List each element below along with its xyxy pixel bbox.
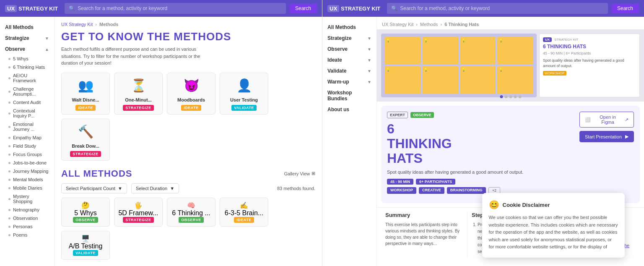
- time-tags: 45 - 90 MIN 6+ PARTICIPANTS: [387, 179, 523, 185]
- right-breadcrumb-home[interactable]: UX Strategy Kit: [382, 22, 413, 27]
- sidebar-all-methods[interactable]: All Methods: [0, 22, 54, 33]
- breadcrumb: UX Strategy Kit › Methods: [61, 22, 315, 27]
- method-card-1[interactable]: 🖐️ 5D Framew... STRATEGIZE: [114, 198, 163, 227]
- sidebar-item-emotional[interactable]: Emotional Journey ...: [0, 120, 54, 133]
- slide-dots: [500, 95, 521, 98]
- logo-text: STRATEGY KIT: [18, 5, 58, 12]
- chevron-down-icon: ▼: [45, 36, 49, 41]
- sidebar-item-content[interactable]: Content Audit: [0, 98, 54, 107]
- meta-tag-1: CREATIVE: [419, 187, 444, 194]
- right-sidebar-all-methods[interactable]: All Methods: [322, 22, 377, 33]
- sidebar-item-challenge[interactable]: Challenge Assumpti...: [0, 85, 54, 98]
- card-name-4: Break Dow...: [72, 143, 99, 149]
- right-search-icon: 🔍: [391, 5, 397, 11]
- chevron-down-icon: ▼: [170, 186, 174, 191]
- sidebar-item-personas[interactable]: Personas: [0, 222, 54, 231]
- sidebar-item-netnography[interactable]: Netnography: [0, 206, 54, 214]
- slide-dot-2[interactable]: [509, 95, 512, 98]
- slide-dot-3[interactable]: [514, 95, 517, 98]
- chevron-down-icon: ▼: [367, 69, 371, 73]
- card-name-2: Moodboards: [177, 97, 205, 102]
- participant-filter[interactable]: Select Participant Count ▼: [61, 183, 127, 193]
- slide-logo-text: STRATEGY KIT: [554, 38, 578, 42]
- gallery-view-toggle[interactable]: Gallery View ⊞: [284, 171, 315, 176]
- card-tag-2: IDEATE: [181, 105, 201, 111]
- meta-tag-2: BRAINSTORMING: [447, 187, 486, 194]
- left-logo: UX STRATEGY KIT: [5, 5, 58, 12]
- method-grid: 🤔 5 Whys OBSERVE 🖐️ 5D Framew... STRATEG…: [61, 198, 315, 260]
- right-logo: UX STRATEGY KIT: [327, 5, 380, 12]
- right-search-input[interactable]: [400, 5, 604, 11]
- sidebar-item-jobs[interactable]: Jobs-to-be-done: [0, 159, 54, 167]
- slide-dot-4[interactable]: [518, 95, 521, 98]
- right-sidebar-about[interactable]: About us: [322, 104, 377, 115]
- right-sidebar: All Methods Strategize ▼ Observe ▼ Ideat…: [322, 17, 377, 266]
- method-card-0[interactable]: 🤔 5 Whys OBSERVE: [61, 198, 110, 227]
- method-tag-1: STRATEGIZE: [123, 217, 153, 223]
- right-main-content: UX Strategy Kit › Methods › 6 Thinking H…: [377, 17, 644, 266]
- cookie-overlay: 😊 Cookie Disclaimer We use cookies so th…: [482, 193, 625, 258]
- chevron-down-icon: ▼: [367, 36, 371, 41]
- sidebar-observe[interactable]: Observe ▲: [0, 44, 54, 55]
- meta-tag-0: WORKSHOP: [387, 187, 416, 194]
- featured-card-4[interactable]: 🔨 Break Dow... STRATEGIZE: [61, 119, 110, 161]
- sidebar-item-poems[interactable]: Poems: [0, 231, 54, 239]
- method-icon-0: 🤔: [81, 201, 90, 209]
- method-card-2[interactable]: 🧠 6 Thinking ... OBSERVE: [167, 198, 216, 227]
- sidebar-item-contextual[interactable]: Contextual Inquiry P...: [0, 107, 54, 120]
- right-sidebar-bundles[interactable]: Workshop Bundles: [322, 87, 377, 104]
- method-icon-4: 🖥️: [81, 235, 90, 243]
- slide-dot-1[interactable]: [504, 95, 507, 98]
- sidebar-item-observation[interactable]: Observation: [0, 214, 54, 222]
- right-sidebar-validate[interactable]: Validate ▼: [322, 65, 377, 76]
- external-link-icon: ↗: [625, 117, 628, 123]
- right-sidebar-strategize[interactable]: Strategize ▼: [322, 33, 377, 44]
- slideshow: 💡 💡 💡 💡 💡 💡 💡 💡 UX STRATEGY KIT: [377, 29, 644, 102]
- start-presentation-button[interactable]: Start Presentation ▶: [579, 131, 634, 142]
- sidebar-item-mystery[interactable]: Mystery Shopping: [0, 192, 54, 206]
- slide-dot-0[interactable]: [500, 95, 503, 98]
- left-search-input[interactable]: [78, 5, 282, 11]
- slide-preview-desc: Spot quality ideas after having generate…: [543, 58, 636, 68]
- method-card-3[interactable]: ✍️ 6-3-5 Brain... IDEATE: [220, 198, 268, 227]
- left-search-button[interactable]: Search: [289, 4, 317, 13]
- open-figma-button[interactable]: ⬜ Open in Figma ↗: [579, 112, 634, 128]
- grid-icon: ⊞: [312, 171, 315, 176]
- featured-card-0[interactable]: 👥 Walt Disne... IDEATE: [61, 73, 110, 115]
- breadcrumb-home[interactable]: UX Strategy Kit: [61, 22, 93, 27]
- sidebar-item-6thinking[interactable]: 6 Thinking Hats: [0, 63, 54, 71]
- sidebar-item-field[interactable]: Field Study: [0, 142, 54, 150]
- methods-count: 83 methods found.: [277, 186, 315, 191]
- right-search-button[interactable]: Search: [611, 4, 639, 13]
- right-breadcrumb-methods[interactable]: Methods: [420, 22, 438, 27]
- method-icon-1: 🖐️: [134, 201, 143, 209]
- duration-filter[interactable]: Select Duration ▼: [131, 183, 179, 193]
- cookie-text: We use cookies so that we can offer you …: [489, 214, 618, 251]
- right-sidebar-warmup[interactable]: Warm-up ▼: [322, 76, 377, 87]
- featured-card-3[interactable]: 👤 User Testing VALIDATE: [220, 73, 268, 115]
- card-name-3: User Testing: [230, 97, 258, 102]
- sidebar-item-mobile[interactable]: Mobile Diaries: [0, 184, 54, 192]
- right-sidebar-ideate[interactable]: Ideate ▼: [322, 55, 377, 65]
- page-title: Get to Know the Methods: [61, 30, 315, 43]
- sidebar-item-journey[interactable]: Journey Mapping: [0, 167, 54, 175]
- right-breadcrumb: UX Strategy Kit › Methods › 6 Thinking H…: [377, 17, 644, 29]
- method-tag-3: IDEATE: [234, 217, 254, 223]
- sidebar-item-focus[interactable]: Focus Groups: [0, 150, 54, 159]
- time-tag: 45 - 90 MIN: [387, 179, 413, 185]
- card-icon-1: ⏳: [131, 76, 146, 95]
- card-tag-1: STRATEGIZE: [123, 105, 153, 111]
- sidebar-strategize[interactable]: Strategize ▼: [0, 33, 54, 44]
- sidebar-item-aeiou[interactable]: AEIOU Framework: [0, 71, 54, 85]
- featured-card-2[interactable]: 😈 Moodboards IDEATE: [167, 73, 216, 115]
- chevron-down-icon: ▼: [367, 58, 371, 63]
- featured-card-1[interactable]: ⏳ One-Minut... STRATEGIZE: [114, 73, 163, 115]
- cookie-header: 😊 Cookie Disclaimer: [489, 200, 618, 210]
- sidebar-item-5whys[interactable]: 5 Whys: [0, 55, 54, 63]
- method-tag-2: OBSERVE: [179, 217, 203, 223]
- sidebar-item-mental[interactable]: Mental Models: [0, 175, 54, 184]
- right-sidebar-observe[interactable]: Observe ▼: [322, 44, 377, 55]
- sidebar-item-empathy[interactable]: Empathy Map: [0, 133, 54, 142]
- card-icon-0: 👥: [78, 76, 93, 95]
- method-card-4[interactable]: 🖥️ A/B Testing VALIDATE: [61, 231, 110, 260]
